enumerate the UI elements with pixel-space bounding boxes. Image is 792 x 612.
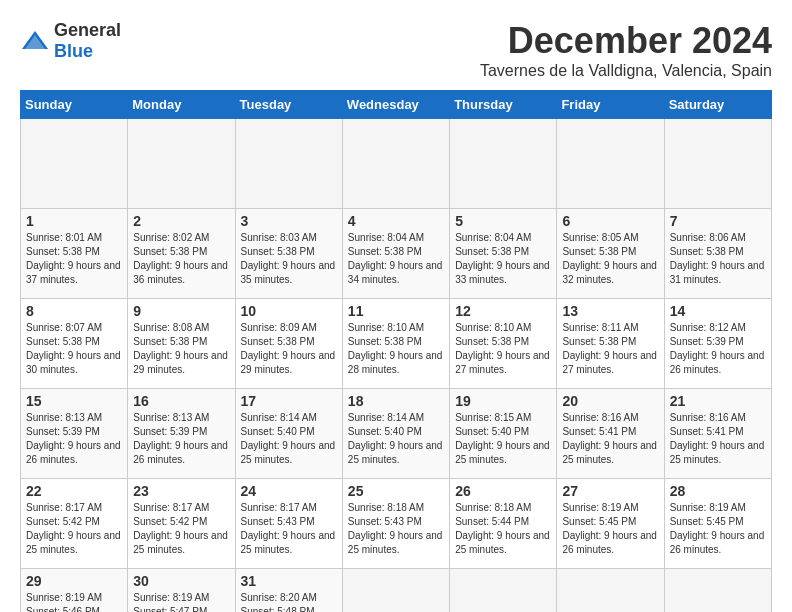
- day-info: Sunrise: 8:01 AM Sunset: 5:38 PM Dayligh…: [26, 231, 122, 287]
- sunset-label: Sunset: 5:38 PM: [562, 336, 636, 347]
- sunrise-label: Sunrise: 8:01 AM: [26, 232, 102, 243]
- day-number: 12: [455, 303, 551, 319]
- day-info: Sunrise: 8:09 AM Sunset: 5:38 PM Dayligh…: [241, 321, 337, 377]
- day-info: Sunrise: 8:03 AM Sunset: 5:38 PM Dayligh…: [241, 231, 337, 287]
- sunrise-label: Sunrise: 8:18 AM: [455, 502, 531, 513]
- calendar-cell: 18 Sunrise: 8:14 AM Sunset: 5:40 PM Dayl…: [342, 389, 449, 479]
- day-number: 13: [562, 303, 658, 319]
- calendar-cell: 27 Sunrise: 8:19 AM Sunset: 5:45 PM Dayl…: [557, 479, 664, 569]
- calendar-cell: 11 Sunrise: 8:10 AM Sunset: 5:38 PM Dayl…: [342, 299, 449, 389]
- sunset-label: Sunset: 5:38 PM: [133, 336, 207, 347]
- col-saturday: Saturday: [664, 91, 771, 119]
- daylight-label: Daylight: 9 hours and 25 minutes.: [348, 440, 443, 465]
- sunset-label: Sunset: 5:38 PM: [455, 246, 529, 257]
- header-row: Sunday Monday Tuesday Wednesday Thursday…: [21, 91, 772, 119]
- sunset-label: Sunset: 5:38 PM: [562, 246, 636, 257]
- day-number: 3: [241, 213, 337, 229]
- sunrise-label: Sunrise: 8:06 AM: [670, 232, 746, 243]
- daylight-label: Daylight: 9 hours and 30 minutes.: [26, 350, 121, 375]
- day-number: 5: [455, 213, 551, 229]
- location-title: Tavernes de la Valldigna, Valencia, Spai…: [480, 62, 772, 80]
- sunset-label: Sunset: 5:41 PM: [562, 426, 636, 437]
- calendar-cell: [664, 119, 771, 209]
- calendar-cell: 14 Sunrise: 8:12 AM Sunset: 5:39 PM Dayl…: [664, 299, 771, 389]
- day-info: Sunrise: 8:02 AM Sunset: 5:38 PM Dayligh…: [133, 231, 229, 287]
- sunrise-label: Sunrise: 8:04 AM: [455, 232, 531, 243]
- sunset-label: Sunset: 5:38 PM: [241, 336, 315, 347]
- sunset-label: Sunset: 5:38 PM: [26, 246, 100, 257]
- sunrise-label: Sunrise: 8:02 AM: [133, 232, 209, 243]
- sunrise-label: Sunrise: 8:19 AM: [670, 502, 746, 513]
- calendar-week-5: 29 Sunrise: 8:19 AM Sunset: 5:46 PM Dayl…: [21, 569, 772, 613]
- sunset-label: Sunset: 5:38 PM: [26, 336, 100, 347]
- sunrise-label: Sunrise: 8:17 AM: [26, 502, 102, 513]
- logo-blue-text: Blue: [54, 41, 93, 61]
- day-info: Sunrise: 8:10 AM Sunset: 5:38 PM Dayligh…: [348, 321, 444, 377]
- daylight-label: Daylight: 9 hours and 25 minutes.: [455, 440, 550, 465]
- day-number: 21: [670, 393, 766, 409]
- calendar-cell: [21, 119, 128, 209]
- calendar-cell: 15 Sunrise: 8:13 AM Sunset: 5:39 PM Dayl…: [21, 389, 128, 479]
- sunset-label: Sunset: 5:46 PM: [26, 606, 100, 612]
- sunset-label: Sunset: 5:38 PM: [455, 336, 529, 347]
- day-info: Sunrise: 8:04 AM Sunset: 5:38 PM Dayligh…: [455, 231, 551, 287]
- calendar-cell: 7 Sunrise: 8:06 AM Sunset: 5:38 PM Dayli…: [664, 209, 771, 299]
- calendar-cell: [235, 119, 342, 209]
- day-info: Sunrise: 8:13 AM Sunset: 5:39 PM Dayligh…: [133, 411, 229, 467]
- day-number: 17: [241, 393, 337, 409]
- day-info: Sunrise: 8:04 AM Sunset: 5:38 PM Dayligh…: [348, 231, 444, 287]
- day-info: Sunrise: 8:17 AM Sunset: 5:43 PM Dayligh…: [241, 501, 337, 557]
- sunrise-label: Sunrise: 8:17 AM: [133, 502, 209, 513]
- day-number: 22: [26, 483, 122, 499]
- day-number: 25: [348, 483, 444, 499]
- day-info: Sunrise: 8:15 AM Sunset: 5:40 PM Dayligh…: [455, 411, 551, 467]
- sunrise-label: Sunrise: 8:16 AM: [670, 412, 746, 423]
- sunrise-label: Sunrise: 8:19 AM: [562, 502, 638, 513]
- day-number: 30: [133, 573, 229, 589]
- day-info: Sunrise: 8:05 AM Sunset: 5:38 PM Dayligh…: [562, 231, 658, 287]
- sunset-label: Sunset: 5:43 PM: [241, 516, 315, 527]
- daylight-label: Daylight: 9 hours and 25 minutes.: [348, 530, 443, 555]
- day-number: 27: [562, 483, 658, 499]
- sunset-label: Sunset: 5:38 PM: [670, 246, 744, 257]
- sunrise-label: Sunrise: 8:03 AM: [241, 232, 317, 243]
- sunset-label: Sunset: 5:38 PM: [241, 246, 315, 257]
- day-info: Sunrise: 8:16 AM Sunset: 5:41 PM Dayligh…: [562, 411, 658, 467]
- col-sunday: Sunday: [21, 91, 128, 119]
- sunset-label: Sunset: 5:40 PM: [241, 426, 315, 437]
- daylight-label: Daylight: 9 hours and 26 minutes.: [26, 440, 121, 465]
- calendar-cell: 13 Sunrise: 8:11 AM Sunset: 5:38 PM Dayl…: [557, 299, 664, 389]
- daylight-label: Daylight: 9 hours and 25 minutes.: [670, 440, 765, 465]
- sunrise-label: Sunrise: 8:14 AM: [241, 412, 317, 423]
- sunset-label: Sunset: 5:39 PM: [670, 336, 744, 347]
- calendar-cell: 29 Sunrise: 8:19 AM Sunset: 5:46 PM Dayl…: [21, 569, 128, 613]
- day-info: Sunrise: 8:19 AM Sunset: 5:45 PM Dayligh…: [562, 501, 658, 557]
- calendar-cell: 23 Sunrise: 8:17 AM Sunset: 5:42 PM Dayl…: [128, 479, 235, 569]
- daylight-label: Daylight: 9 hours and 36 minutes.: [133, 260, 228, 285]
- calendar-week-4: 22 Sunrise: 8:17 AM Sunset: 5:42 PM Dayl…: [21, 479, 772, 569]
- day-number: 20: [562, 393, 658, 409]
- calendar-week-2: 8 Sunrise: 8:07 AM Sunset: 5:38 PM Dayli…: [21, 299, 772, 389]
- logo: General Blue: [20, 20, 121, 62]
- calendar-cell: 24 Sunrise: 8:17 AM Sunset: 5:43 PM Dayl…: [235, 479, 342, 569]
- sunrise-label: Sunrise: 8:20 AM: [241, 592, 317, 603]
- calendar-cell: 1 Sunrise: 8:01 AM Sunset: 5:38 PM Dayli…: [21, 209, 128, 299]
- day-info: Sunrise: 8:19 AM Sunset: 5:46 PM Dayligh…: [26, 591, 122, 612]
- calendar-cell: 6 Sunrise: 8:05 AM Sunset: 5:38 PM Dayli…: [557, 209, 664, 299]
- calendar-cell: 20 Sunrise: 8:16 AM Sunset: 5:41 PM Dayl…: [557, 389, 664, 479]
- sunrise-label: Sunrise: 8:15 AM: [455, 412, 531, 423]
- sunset-label: Sunset: 5:39 PM: [133, 426, 207, 437]
- sunset-label: Sunset: 5:41 PM: [670, 426, 744, 437]
- calendar-cell: [664, 569, 771, 613]
- calendar-week-3: 15 Sunrise: 8:13 AM Sunset: 5:39 PM Dayl…: [21, 389, 772, 479]
- daylight-label: Daylight: 9 hours and 31 minutes.: [670, 260, 765, 285]
- daylight-label: Daylight: 9 hours and 29 minutes.: [133, 350, 228, 375]
- daylight-label: Daylight: 9 hours and 25 minutes.: [562, 440, 657, 465]
- sunrise-label: Sunrise: 8:14 AM: [348, 412, 424, 423]
- day-info: Sunrise: 8:19 AM Sunset: 5:47 PM Dayligh…: [133, 591, 229, 612]
- sunset-label: Sunset: 5:42 PM: [26, 516, 100, 527]
- calendar-cell: 9 Sunrise: 8:08 AM Sunset: 5:38 PM Dayli…: [128, 299, 235, 389]
- col-monday: Monday: [128, 91, 235, 119]
- day-info: Sunrise: 8:16 AM Sunset: 5:41 PM Dayligh…: [670, 411, 766, 467]
- daylight-label: Daylight: 9 hours and 37 minutes.: [26, 260, 121, 285]
